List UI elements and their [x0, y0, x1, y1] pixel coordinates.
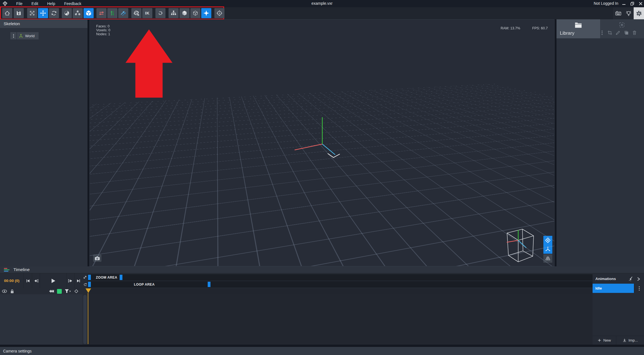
previous-keyframe-button[interactable]	[32, 273, 40, 288]
timeline-ruler[interactable]	[87, 288, 593, 294]
close-button[interactable]	[638, 1, 643, 6]
folder-icon	[574, 22, 582, 29]
animation-item-menu-button[interactable]	[634, 284, 644, 293]
skeleton-panel: Skeleton World	[0, 19, 87, 266]
menu-feedback[interactable]: Feedback	[60, 1, 86, 6]
play-icon	[50, 278, 56, 284]
add-node-button[interactable]	[201, 8, 211, 18]
clean-animations-button[interactable]	[628, 276, 634, 282]
layers-back-button[interactable]	[48, 289, 55, 294]
move-tool-button[interactable]	[38, 8, 48, 18]
grid-plane-toggle-button[interactable]	[543, 236, 552, 245]
world-mode-button[interactable]	[62, 8, 72, 18]
next-keyframe-button[interactable]	[67, 273, 75, 288]
filter-button[interactable]	[64, 289, 71, 294]
tab-library[interactable]: Library	[557, 19, 600, 38]
navigation-cube[interactable]	[503, 228, 537, 265]
keyboard-shortcuts-button[interactable]	[613, 7, 623, 19]
animations-expand-button[interactable]	[636, 276, 641, 282]
library-menu-button[interactable]	[599, 30, 605, 36]
save-button[interactable]	[14, 8, 24, 18]
range-icons-column	[82, 273, 87, 288]
zoom-area-right-handle[interactable]	[120, 275, 122, 280]
viewport-canvas[interactable]: Faces: 0 Voxels: 0 Nodes: 1 RAM: 13.7% F…	[89, 19, 555, 266]
toolbar-highlight-annotation: IK	[0, 6, 224, 20]
lock-toggle[interactable]	[10, 289, 14, 294]
layers-back-icon	[48, 289, 55, 294]
hints-lightbulb-button[interactable]	[623, 7, 634, 19]
fps-indicator: FPS: 60.7	[532, 26, 548, 30]
restore-button[interactable]	[629, 1, 635, 6]
timeline-vertical-scrollbar[interactable]	[83, 295, 87, 344]
rotation-sphere-button[interactable]	[131, 8, 141, 18]
skip-to-end-button[interactable]	[75, 273, 82, 288]
previous-keyframe-icon	[34, 278, 39, 283]
keyframe-diamond-button[interactable]	[74, 289, 79, 294]
visibility-toggle[interactable]	[2, 289, 7, 293]
loop-area-label: LOOP AREA	[134, 283, 155, 286]
crop-button[interactable]	[607, 30, 613, 36]
voxel-group-button[interactable]	[73, 8, 83, 18]
mirror-x-button[interactable]	[96, 8, 106, 18]
loop-icon[interactable]	[83, 283, 87, 286]
app-logo-icon	[2, 1, 8, 6]
world-node-row[interactable]: World	[10, 32, 39, 39]
status-text: Camera settings	[3, 349, 32, 353]
loop-area-right-handle[interactable]	[208, 282, 210, 287]
zoom-range-icon[interactable]	[83, 275, 87, 279]
target-button[interactable]	[214, 8, 224, 18]
frame-all-button[interactable]	[27, 8, 37, 18]
import-animation-button[interactable]: Imp...	[616, 336, 644, 345]
menu-help[interactable]: Help	[43, 1, 60, 6]
camera-snapshot-button[interactable]	[93, 255, 101, 262]
grid-plane-icon	[544, 237, 551, 244]
home-button[interactable]	[2, 8, 12, 18]
minimize-button[interactable]	[621, 1, 627, 6]
loop-rotate-button[interactable]	[155, 8, 165, 18]
perspective-grid-button[interactable]	[543, 254, 552, 263]
menu-edit[interactable]: Edit	[27, 1, 43, 6]
trash-icon	[632, 30, 637, 36]
stat-nodes: Nodes: 1	[96, 32, 110, 36]
wireframe-cube-button[interactable]	[190, 8, 200, 18]
cube-mode-button[interactable]	[84, 8, 94, 18]
document-title: example.vxr	[311, 1, 332, 6]
duplicate-button[interactable]	[623, 30, 629, 36]
delete-button[interactable]	[631, 30, 638, 36]
mirror-z-button[interactable]	[118, 8, 128, 18]
solid-cube-button[interactable]	[179, 8, 190, 18]
settings-gear-button[interactable]	[634, 7, 644, 19]
ik-button[interactable]: IK	[142, 8, 152, 18]
rotate-tool-button[interactable]	[49, 8, 59, 18]
keyframe-color-swatch[interactable]	[57, 289, 62, 294]
world-node-chip[interactable]: World	[17, 32, 39, 39]
playhead-handle[interactable]	[86, 288, 91, 293]
diamond-keyframe-icon	[74, 289, 79, 294]
animations-panel: Animations Idle New Imp...	[593, 273, 644, 345]
skeleton-panel-title: Skeleton	[4, 21, 20, 26]
loop-area-left-handle[interactable]	[88, 282, 91, 287]
edit-button[interactable]	[615, 30, 621, 36]
zoom-area-left-handle[interactable]	[88, 275, 91, 280]
new-animation-button[interactable]: New	[593, 336, 616, 345]
skeleton-panel-header: Skeleton	[0, 19, 87, 28]
skip-to-start-button[interactable]	[24, 273, 32, 288]
toolbar-right-group	[613, 7, 644, 19]
new-animation-label: New	[603, 338, 611, 342]
zoom-area-track[interactable]: ZOOM AREA	[87, 274, 593, 281]
crop-icon	[607, 30, 613, 36]
login-status[interactable]: Not Logged In	[594, 1, 618, 6]
world-node-menu-button[interactable]	[10, 32, 16, 39]
hierarchy-button[interactable]	[169, 8, 179, 18]
play-button[interactable]	[40, 273, 67, 288]
menu-file[interactable]: File	[12, 1, 27, 6]
keyframe-canvas[interactable]	[87, 294, 593, 345]
mirror-y-button[interactable]	[107, 8, 117, 18]
plus-icon	[598, 338, 601, 342]
loop-area-track[interactable]: LOOP AREA	[87, 281, 593, 288]
timecode: 00:00 (0)	[4, 279, 20, 283]
axis-toggle-button[interactable]	[543, 245, 552, 254]
skip-end-icon	[76, 278, 81, 283]
red-arrow-annotation	[126, 29, 172, 98]
animation-item-idle[interactable]: Idle	[593, 284, 634, 293]
